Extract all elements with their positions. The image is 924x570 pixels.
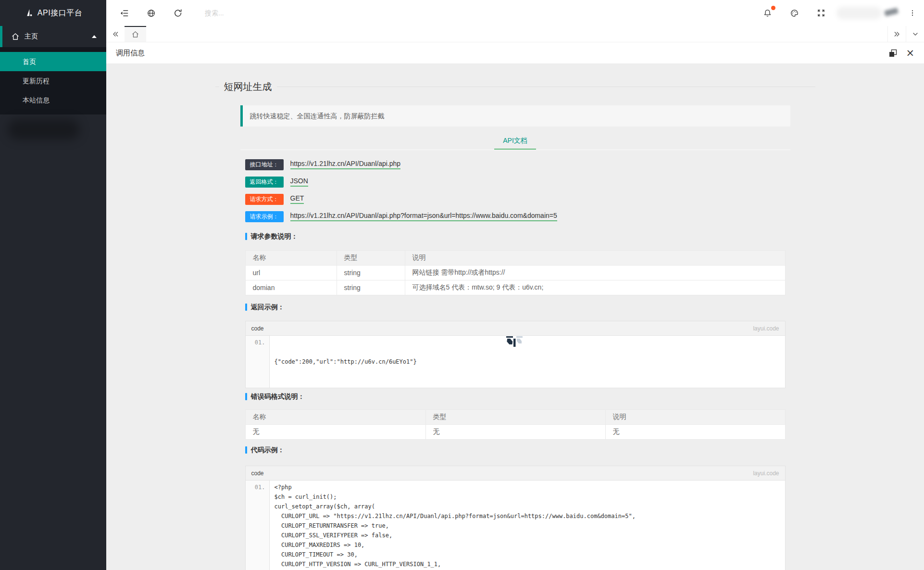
caret-up-icon: [92, 35, 97, 38]
params-table: 名称类型说明urlstring网站链接 需带http://或者https://d…: [245, 250, 786, 295]
code-line: CURLOPT_HTTP_VERSION => CURL_HTTP_VERSIO…: [275, 559, 785, 569]
notification-dot: [771, 6, 775, 10]
sidebar-item-0[interactable]: 首页: [0, 52, 106, 71]
endpoint-row-1: 返回格式：JSON: [245, 173, 815, 190]
app-title: API接口平台: [37, 8, 82, 18]
fullscreen-button[interactable]: [808, 0, 835, 26]
endpoint-badge: 返回格式：: [245, 177, 284, 188]
table-cell: string: [337, 280, 405, 295]
sidebar-parent-label: 主页: [25, 32, 38, 41]
tabs-scroll-right-button[interactable]: [887, 26, 906, 42]
theme-palette-button[interactable]: [781, 0, 808, 26]
section-heading-response-label: 返回示例：: [251, 303, 285, 312]
section-bar-icon: [245, 304, 247, 311]
tab-home[interactable]: [125, 26, 146, 42]
endpoint-badge: 请求方式：: [245, 194, 284, 205]
code-block-title: code: [251, 325, 264, 332]
line-number: 01.: [246, 338, 265, 347]
home-tab-icon: [132, 31, 139, 38]
topbar: [106, 0, 924, 26]
code-line: CURLOPT_RETURNTRANSFER => true,: [275, 521, 785, 531]
code-line: <?php: [275, 482, 785, 492]
table-row: domianstring可选择域名5 代表：mtw.so; 9 代表：u6v.c…: [245, 280, 785, 295]
tabs-scroll-left-button[interactable]: [106, 26, 125, 42]
doc-tabs: API文档: [240, 133, 790, 150]
table-header-cell: 名称: [245, 251, 337, 266]
line-number-gutter: 01.: [246, 481, 270, 570]
restore-window-button[interactable]: [889, 49, 897, 57]
code-line: CURLOPT_MAXREDIRS => 10,: [275, 540, 785, 550]
sidebar-item-2[interactable]: 本站信息: [0, 90, 106, 110]
table-header-cell: 名称: [245, 410, 425, 425]
endpoint-link[interactable]: JSON: [290, 177, 308, 187]
more-menu-button[interactable]: [903, 0, 922, 26]
endpoint-badge: 请求示例：: [245, 211, 284, 222]
panel-header: 调用信息 ×: [106, 42, 924, 64]
globe-icon-button[interactable]: [137, 0, 164, 26]
sidebar-item-home-parent[interactable]: 主页: [0, 26, 106, 47]
table-cell: domian: [245, 280, 337, 295]
endpoint-link[interactable]: GET: [290, 194, 304, 204]
section-bar-icon: [245, 446, 247, 454]
endpoint-badge: 接口地址：: [245, 159, 284, 170]
code-block-body: 01. <?php$ch = curl_init();curl_setopt_a…: [246, 481, 785, 570]
doc-container: 短网址生成 跳转快速稳定、全国连通性高，防屏蔽防拦截 API文档 接口地址：ht…: [215, 80, 815, 570]
code-block-engine-label: layui.code: [753, 470, 779, 477]
endpoint-row-3: 请求示例：https://v1.21lhz.cn/API/Duanl/api.p…: [245, 208, 815, 225]
section-heading-code: 代码示例：: [245, 446, 815, 454]
table-cell: url: [245, 266, 337, 280]
refresh-icon-button[interactable]: [164, 0, 191, 26]
page-title: 短网址生成: [219, 80, 277, 93]
section-heading-response: 返回示例：: [245, 303, 815, 311]
code-line: CURLOPT_SSL_VERIFYPEER => false,: [275, 531, 785, 540]
section-heading-errors-label: 错误码格式说明：: [251, 393, 305, 401]
collapse-sidebar-button[interactable]: [111, 0, 137, 26]
section-heading-params: 请求参数说明：: [245, 232, 815, 241]
code-block-header: code layui.code: [246, 321, 785, 336]
active-menu-stripe: [0, 26, 2, 47]
code-line: CURLOPT_URL => "https://v1.21lhz.cn/API/…: [275, 511, 785, 521]
intro-quote: 跳转快速稳定、全国连通性高，防屏蔽防拦截: [240, 105, 790, 127]
home-icon: [12, 33, 19, 40]
code-block-title: code: [251, 470, 264, 477]
code-line: curl_setopt_array($ch, array(: [275, 502, 785, 511]
tab-api-doc[interactable]: API文档: [494, 133, 536, 150]
error-table: 名称类型说明无无无: [245, 409, 786, 440]
code-line: $ch = curl_init();: [275, 492, 785, 502]
code-line: CURLOPT_TIMEOUT => 30,: [275, 550, 785, 559]
endpoint-row-2: 请求方式：GET: [245, 190, 815, 208]
table-row: urlstring网站链接 需带http://或者https://: [245, 266, 785, 280]
code-lines: <?php$ch = curl_init();curl_setopt_array…: [270, 481, 785, 570]
response-code-block: code layui.code 01. {"code":200,"url":"h…: [245, 321, 786, 388]
tabbar: [106, 26, 924, 42]
table-header-cell: 说明: [605, 410, 785, 425]
content-area: 短网址生成 跳转快速稳定、全国连通性高，防屏蔽防拦截 API文档 接口地址：ht…: [106, 64, 924, 570]
close-panel-button[interactable]: ×: [906, 48, 914, 58]
table-cell: string: [337, 266, 405, 280]
search-input[interactable]: [205, 9, 359, 17]
app-root: API接口平台 主页 首页更新历程本站信息: [0, 0, 924, 570]
line-number: 01.: [246, 482, 265, 492]
page-title-divider: 短网址生成: [215, 80, 815, 93]
section-bar-icon: [245, 393, 247, 400]
endpoint-list: 接口地址：https://v1.21lhz.cn/API/Duanl/api.p…: [245, 156, 815, 225]
topbar-right: [754, 0, 924, 26]
table-cell: 可选择域名5 代表：mtw.so; 9 代表：u6v.cn;: [405, 280, 785, 295]
tabs-menu-dropdown-button[interactable]: [906, 26, 924, 42]
table-cell: 无: [245, 425, 425, 440]
table-header-cell: 说明: [405, 251, 785, 266]
section-heading-errors: 错误码格式说明：: [245, 393, 815, 401]
endpoint-link[interactable]: https://v1.21lhz.cn/API/Duanl/api.php?fo…: [290, 212, 557, 221]
endpoint-link[interactable]: https://v1.21lhz.cn/API/Duanl/api.php: [290, 160, 401, 169]
mouse-cursor-artifact: [506, 336, 523, 350]
table-cell: 无: [425, 425, 605, 440]
section-bar-icon: [245, 233, 247, 240]
section-heading-code-label: 代码示例：: [251, 446, 285, 455]
code-lines: {"code":200,"url":"http://u6v.cn/6uEYo1"…: [270, 336, 785, 388]
redacted-avatar-smudge: [884, 8, 899, 16]
code-block-engine-label: layui.code: [753, 325, 779, 332]
notifications-bell-button[interactable]: [754, 0, 781, 26]
table-row: 无无无: [245, 425, 785, 440]
redacted-username-area: [837, 7, 882, 19]
sidebar-item-1[interactable]: 更新历程: [0, 71, 106, 90]
